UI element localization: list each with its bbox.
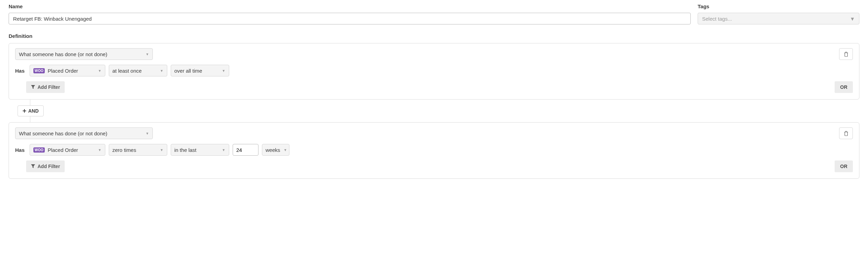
has-label: Has bbox=[15, 68, 25, 74]
event-select[interactable]: WOO Placed Order ▼ bbox=[30, 144, 105, 156]
woo-badge-icon: WOO bbox=[33, 147, 45, 153]
chevron-down-icon: ▼ bbox=[284, 148, 287, 152]
chevron-down-icon: ▼ bbox=[98, 148, 102, 152]
event-select[interactable]: WOO Placed Order ▼ bbox=[30, 65, 105, 76]
definition-label: Definition bbox=[9, 33, 859, 39]
frequency-select[interactable]: zero times ▼ bbox=[109, 144, 167, 156]
chevron-down-icon: ▼ bbox=[146, 52, 149, 56]
condition-type-select[interactable]: What someone has done (or not done) ▼ bbox=[15, 127, 153, 139]
condition-type-value: What someone has done (or not done) bbox=[19, 131, 107, 136]
unit-select[interactable]: weeks ▼ bbox=[262, 144, 289, 156]
add-filter-label: Add Filter bbox=[38, 84, 60, 90]
chevron-down-icon: ▼ bbox=[222, 148, 225, 152]
name-input[interactable] bbox=[9, 13, 691, 24]
trash-icon bbox=[844, 52, 848, 57]
or-button[interactable]: OR bbox=[835, 81, 853, 93]
event-value: Placed Order bbox=[47, 68, 78, 74]
condition-card: What someone has done (or not done) ▼ Ha… bbox=[9, 122, 859, 179]
and-button[interactable]: AND bbox=[18, 105, 44, 116]
duration-input[interactable] bbox=[233, 144, 258, 156]
event-value: Placed Order bbox=[47, 147, 78, 153]
woo-badge-icon: WOO bbox=[33, 68, 45, 73]
tags-label: Tags bbox=[698, 3, 859, 9]
tags-placeholder: Select tags... bbox=[702, 16, 732, 22]
add-filter-button[interactable]: Add Filter bbox=[26, 81, 65, 93]
chevron-down-icon: ▼ bbox=[222, 69, 225, 73]
has-label: Has bbox=[15, 147, 25, 153]
add-filter-label: Add Filter bbox=[38, 164, 60, 169]
frequency-value: at least once bbox=[113, 68, 142, 74]
timeframe-value: in the last bbox=[174, 147, 197, 153]
trash-icon bbox=[844, 131, 848, 136]
delete-condition-button[interactable] bbox=[839, 127, 853, 139]
plus-icon bbox=[23, 109, 26, 113]
filter-icon bbox=[31, 164, 35, 168]
and-label: AND bbox=[28, 108, 39, 114]
condition-type-select[interactable]: What someone has done (or not done) ▼ bbox=[15, 48, 153, 60]
timeframe-value: over all time bbox=[174, 68, 202, 74]
chevron-down-icon: ▼ bbox=[146, 132, 149, 135]
chevron-down-icon: ▼ bbox=[850, 16, 855, 22]
tags-select[interactable]: Select tags... ▼ bbox=[698, 13, 859, 24]
or-button[interactable]: OR bbox=[835, 160, 853, 172]
delete-condition-button[interactable] bbox=[839, 48, 853, 60]
timeframe-select[interactable]: in the last ▼ bbox=[171, 144, 229, 156]
timeframe-select[interactable]: over all time ▼ bbox=[171, 65, 229, 76]
add-filter-button[interactable]: Add Filter bbox=[26, 160, 65, 172]
filter-icon bbox=[31, 85, 35, 89]
chevron-down-icon: ▼ bbox=[160, 69, 163, 73]
condition-type-value: What someone has done (or not done) bbox=[19, 51, 107, 57]
condition-card: What someone has done (or not done) ▼ Ha… bbox=[9, 43, 859, 100]
chevron-down-icon: ▼ bbox=[160, 148, 163, 152]
name-label: Name bbox=[9, 3, 691, 9]
frequency-select[interactable]: at least once ▼ bbox=[109, 65, 167, 76]
frequency-value: zero times bbox=[113, 147, 136, 153]
chevron-down-icon: ▼ bbox=[98, 69, 102, 73]
unit-value: weeks bbox=[266, 147, 280, 153]
